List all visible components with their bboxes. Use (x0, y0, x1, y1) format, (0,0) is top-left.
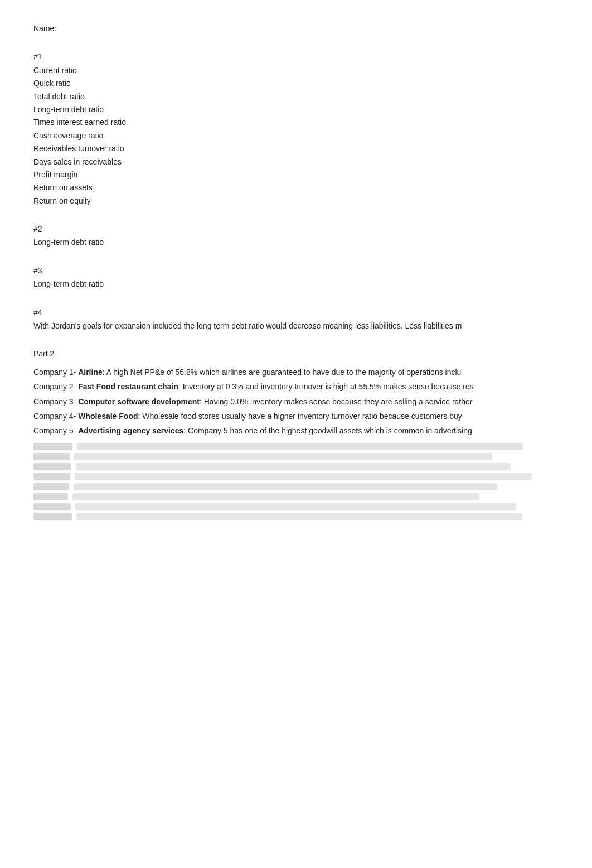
section-1-list: Current ratio Quick ratio Total debt rat… (33, 64, 559, 207)
list-item-profit-margin: Profit margin (33, 168, 559, 181)
list-item-times-interest-earned: Times interest earned ratio (33, 116, 559, 128)
blurred-label-4 (33, 473, 70, 480)
company-4-line: Company 4- Wholesale Food: Wholesale foo… (33, 410, 559, 422)
company-1-bold: Airline (78, 368, 103, 377)
list-item-return-on-assets: Return on assets (33, 181, 559, 194)
company-4-bold: Wholesale Food (78, 412, 138, 421)
company-2-prefix: Company 2- (33, 382, 78, 391)
company-3-bold: Computer software development (78, 397, 200, 406)
section-3: #3 Long-term debt ratio (33, 264, 559, 291)
blurred-label-5 (33, 483, 69, 490)
list-item-receivables-turnover: Receivables turnover ratio (33, 142, 559, 155)
company-5-bold: Advertising agency services (78, 426, 183, 435)
company-3-line: Company 3- Computer software development… (33, 396, 559, 408)
company-4-suffix: : Wholesale food stores usually have a h… (138, 412, 462, 421)
section-1-number: #1 (33, 50, 559, 62)
company-1-suffix: : A high Net PP&e of 56.8% which airline… (103, 368, 462, 377)
company-1-line: Company 1- Airline: A high Net PP&e of 5… (33, 366, 559, 378)
blurred-row-1 (33, 443, 559, 450)
company-2-bold: Fast Food restaurant chain (78, 382, 178, 391)
blurred-data-section (33, 443, 559, 520)
company-5-line: Company 5- Advertising agency services: … (33, 425, 559, 437)
blurred-row-4 (33, 473, 559, 480)
list-item-cash-coverage: Cash coverage ratio (33, 129, 559, 142)
company-2-suffix: : Inventory at 0.3% and inventory turnov… (178, 382, 474, 391)
blurred-label-6 (33, 493, 68, 500)
blurred-row-8 (33, 513, 559, 520)
company-5-suffix: : Company 5 has one of the highest goodw… (183, 426, 472, 435)
blurred-row-3 (33, 463, 559, 470)
blurred-text-7 (75, 503, 516, 510)
blurred-row-5 (33, 483, 559, 490)
blurred-label-8 (33, 513, 72, 520)
name-label: Name: (33, 22, 559, 35)
blurred-text-1 (77, 443, 523, 450)
section-2-number: #2 (33, 223, 559, 235)
list-item-long-term-debt-ratio: Long-term debt ratio (33, 103, 559, 115)
blurred-text-6 (72, 493, 479, 500)
list-item-current-ratio: Current ratio (33, 64, 559, 76)
section-3-number: #3 (33, 264, 559, 277)
blurred-row-6 (33, 493, 559, 500)
blurred-text-8 (76, 513, 522, 520)
section-3-item: Long-term debt ratio (33, 278, 559, 290)
list-item-quick-ratio: Quick ratio (33, 77, 559, 89)
blurred-text-3 (76, 463, 511, 470)
list-item-days-sales: Days sales in receivables (33, 156, 559, 168)
blurred-row-7 (33, 503, 559, 510)
part-2-section: Part 2 Company 1- Airline: A high Net PP… (33, 348, 559, 520)
list-item-total-debt-ratio: Total debt ratio (33, 90, 559, 103)
blurred-text-4 (75, 473, 532, 480)
company-4-prefix: Company 4- (33, 412, 78, 421)
section-4-text: With Jordan's goals for expansion includ… (33, 320, 559, 332)
blurred-text-5 (74, 483, 497, 490)
company-3-prefix: Company 3- (33, 397, 78, 406)
section-1: #1 Current ratio Quick ratio Total debt … (33, 50, 559, 207)
blurred-label-3 (33, 463, 71, 470)
blurred-label-1 (33, 443, 72, 450)
part-2-label: Part 2 (33, 348, 559, 360)
blurred-label-2 (33, 453, 70, 460)
list-item-return-on-equity: Return on equity (33, 195, 559, 207)
section-4: #4 With Jordan's goals for expansion inc… (33, 306, 559, 332)
blurred-row-2 (33, 453, 559, 460)
blurred-text-2 (74, 453, 492, 460)
company-3-suffix: : Having 0.0% inventory makes sense beca… (200, 397, 472, 406)
section-2: #2 Long-term debt ratio (33, 223, 559, 249)
section-4-number: #4 (33, 306, 559, 319)
company-5-prefix: Company 5- (33, 426, 78, 435)
part-2-companies: Company 1- Airline: A high Net PP&e of 5… (33, 366, 559, 437)
blurred-label-7 (33, 503, 71, 510)
company-2-line: Company 2- Fast Food restaurant chain: I… (33, 380, 559, 393)
company-1-prefix: Company 1- (33, 368, 78, 377)
section-2-item: Long-term debt ratio (33, 236, 559, 248)
name-section: Name: (33, 22, 559, 35)
